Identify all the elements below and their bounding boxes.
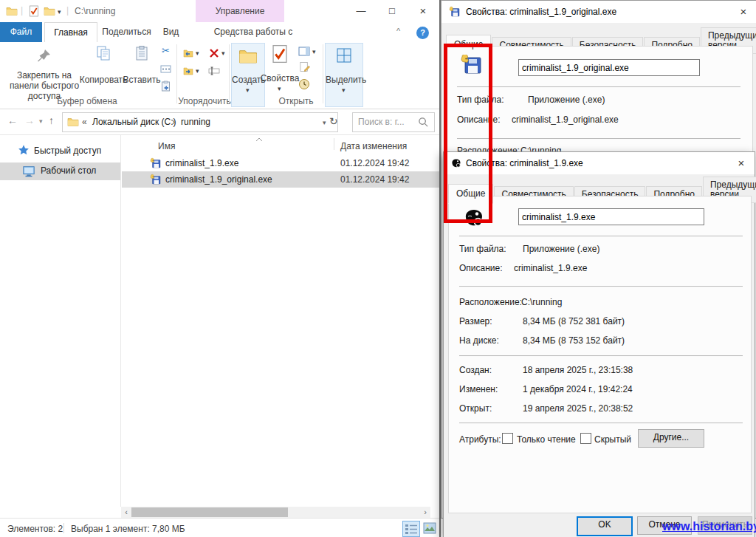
search-icon[interactable]	[418, 117, 429, 128]
column-header-name[interactable]: Имя	[158, 141, 175, 151]
status-selection: Выбран 1 элемент: 7,80 МБ	[71, 524, 185, 534]
properties-button[interactable]: Свойства	[258, 73, 301, 83]
qat-new-folder-icon[interactable]	[44, 5, 55, 17]
paste-icon[interactable]	[134, 45, 150, 61]
qat-separator: |	[21, 5, 23, 16]
breadcrumb-guillemet: «	[82, 117, 87, 127]
delete-icon[interactable]	[209, 48, 219, 58]
other-attributes-button[interactable]: Другие...	[638, 429, 704, 448]
up-icon[interactable]: ↑	[49, 114, 54, 126]
history-dropdown-icon[interactable]: ▾	[39, 119, 43, 124]
description-label: Описание:	[459, 263, 503, 273]
qat-separator-2: |	[66, 5, 69, 16]
back-icon[interactable]: ←	[7, 114, 18, 126]
tab-app-tools[interactable]: Средства работы с приложениями	[187, 22, 320, 42]
search-placeholder: Поиск в: г...	[358, 117, 405, 127]
copy-to-dropdown-icon[interactable]: ▾	[196, 69, 199, 74]
dialog-close-icon[interactable]: ×	[732, 1, 755, 23]
file-modified: 01.12.2024 19:42	[340, 174, 409, 185]
tab-view[interactable]: Вид	[157, 22, 185, 42]
readonly-checkbox[interactable]	[502, 433, 513, 444]
file-row[interactable]: criminalist_1.9.exe 01.12.2024 19:42	[122, 155, 439, 171]
filename-field[interactable]	[518, 59, 700, 76]
address-dropdown-icon[interactable]: ▾	[323, 120, 326, 126]
forward-icon[interactable]: →	[24, 114, 35, 126]
select-dropdown-icon: ▾	[342, 88, 346, 93]
move-to-dropdown-icon[interactable]: ▾	[196, 51, 199, 56]
scroll-left-arrow[interactable]: ‹	[121, 507, 131, 518]
size-on-disk-label: На диске:	[459, 335, 499, 346]
ribbon-separator	[176, 44, 177, 103]
copy-icon[interactable]	[95, 45, 111, 61]
ok-button[interactable]: OK	[577, 516, 633, 536]
sidebar-item-quick-access[interactable]: Быстрый доступ	[34, 146, 101, 156]
status-divider	[63, 523, 64, 533]
status-bar: Элементов: 2 Выбран 1 элемент: 7,80 МБ	[0, 518, 439, 537]
quick-access-star-icon	[18, 144, 30, 156]
tab-file[interactable]: Файл	[0, 22, 42, 42]
paste-button[interactable]: Вставить	[123, 75, 161, 85]
column-header-modified[interactable]: Дата изменения	[340, 141, 407, 151]
context-tab-header[interactable]: Управление	[196, 0, 284, 22]
breadcrumb-separator: ›	[172, 117, 175, 127]
qat-properties-icon[interactable]	[28, 5, 40, 17]
separator	[459, 423, 743, 423]
properties-dropdown-icon[interactable]: ▾	[278, 86, 281, 92]
hidden-checkbox[interactable]	[580, 433, 591, 444]
sidebar-divider	[120, 135, 121, 507]
delete-dropdown-icon[interactable]: ▾	[221, 51, 225, 56]
address-bar[interactable]: « Локальный диск (C:) › running ▾	[62, 112, 338, 132]
scrollbar-thumb[interactable]	[131, 507, 288, 517]
copy-path-icon[interactable]	[160, 64, 171, 74]
minimize-button[interactable]: —	[346, 0, 377, 22]
breadcrumb-drive[interactable]: Локальный диск (C:)	[92, 117, 176, 127]
refresh-icon[interactable]: ↻	[329, 115, 338, 127]
watermark: www.historian.by	[662, 520, 756, 533]
separator	[457, 138, 740, 139]
history-icon[interactable]	[298, 78, 310, 90]
select-button[interactable]: Выделить ▾	[325, 43, 363, 107]
readonly-label: Только чтение	[517, 434, 576, 445]
breadcrumb-folder[interactable]: running	[181, 117, 210, 127]
details-view-button[interactable]	[402, 521, 420, 537]
tab-share[interactable]: Поделиться	[98, 22, 155, 42]
file-type-label: Тип файла:	[459, 244, 506, 254]
help-icon[interactable]: ?	[416, 27, 429, 39]
screen: | ▾ | C:\running Управление — □ × Файл Г…	[0, 0, 756, 537]
copy-to-icon[interactable]	[182, 65, 194, 77]
dialog-close-icon[interactable]: ×	[729, 152, 753, 174]
explorer-titlebar: | ▾ | C:\running Управление — □ ×	[0, 0, 439, 22]
file-modified: 01.12.2024 19:42	[340, 158, 409, 168]
edit-icon[interactable]	[299, 61, 310, 73]
pin-icon[interactable]	[35, 48, 52, 64]
maximize-button[interactable]: □	[377, 0, 408, 22]
column-divider[interactable]	[334, 138, 334, 150]
select-icon	[336, 47, 352, 64]
close-button[interactable]: ×	[408, 0, 439, 22]
paste-shortcut-icon[interactable]	[161, 81, 171, 92]
file-row-selected[interactable]: criminalist_1.9_original.exe 01.12.2024 …	[122, 171, 439, 188]
window-title: C:\running	[75, 6, 115, 16]
description-value: criminalist_1.9_original.exe	[512, 114, 619, 125]
properties-icon[interactable]	[270, 44, 289, 64]
dialog-titlebar[interactable]: Свойства: criminalist_1.9_original.exe ×	[441, 1, 756, 23]
filename-field[interactable]	[518, 208, 704, 225]
search-box[interactable]: Поиск в: г...	[352, 112, 435, 132]
move-to-icon[interactable]	[182, 47, 194, 59]
cut-icon[interactable]: ✂	[162, 45, 170, 56]
rename-icon[interactable]	[208, 65, 220, 77]
thumbnail-view-button[interactable]	[422, 521, 439, 537]
ribbon-collapse-icon[interactable]: ^	[396, 27, 400, 35]
group-open-label: Открыть	[270, 96, 322, 106]
dialog-title: Свойства: criminalist_1.9_original.exe	[466, 7, 616, 17]
opened-value: 19 апреля 2025 г., 20:38:52	[523, 403, 633, 414]
scroll-right-arrow[interactable]: ›	[420, 507, 430, 518]
created-value: 18 апреля 2025 г., 23:15:38	[523, 365, 633, 375]
open-pane-dropdown-icon[interactable]: ▾	[312, 49, 316, 55]
file-name: criminalist_1.9_original.exe	[165, 174, 272, 185]
location-label: Расположение:	[459, 297, 522, 307]
tab-home[interactable]: Главная	[44, 22, 97, 43]
qat-customize-icon[interactable]: ▾	[58, 10, 61, 15]
sidebar-item-desktop[interactable]: Рабочий стол	[0, 163, 120, 180]
open-pane-icon[interactable]	[298, 47, 310, 56]
